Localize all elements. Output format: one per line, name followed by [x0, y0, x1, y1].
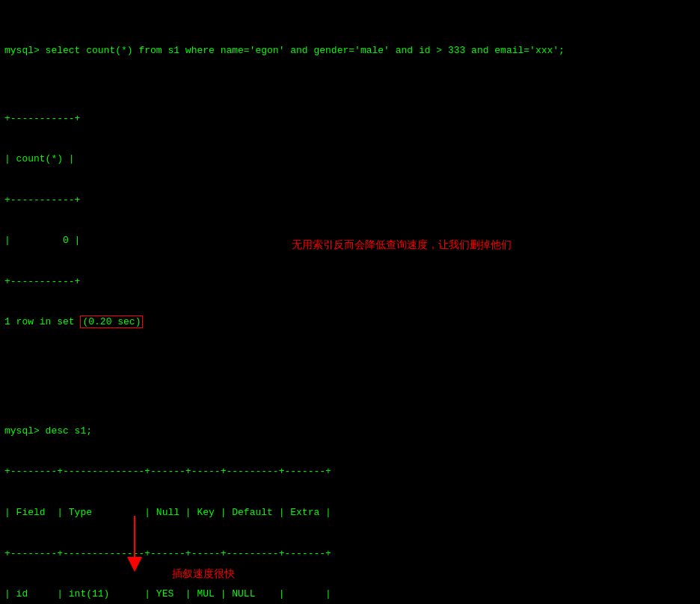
desc-cmd-1: mysql> desc s1; — [4, 425, 696, 438]
desc-header-1: | Field | Type | Null | Key | Default | … — [4, 506, 696, 520]
sql-query-1: mysql> select count(*) from s1 where nam… — [4, 44, 696, 58]
desc-border-1: +--------+--------------+------+-----+--… — [4, 465, 696, 478]
annotation-no-index: 无用索引反而会降低查询速度，让我们删掉他们 — [292, 238, 512, 253]
table-border-bot-1: +-----------+ — [4, 275, 696, 289]
time-highlight-1: (0.20 sec) — [80, 315, 143, 328]
terminal-window: mysql> select count(*) from s1 where nam… — [4, 3, 696, 604]
table-border-mid-1: +-----------+ — [4, 194, 696, 207]
annotation-fast: 插叙速度很快 — [172, 567, 235, 582]
svg-marker-1 — [127, 557, 142, 572]
desc-row-id-1: | id | int(11) | YES | MUL | NULL | | — [4, 588, 696, 601]
table-header-1: | count(*) | — [4, 152, 696, 166]
table-border-top-1: +-----------+ — [4, 112, 696, 126]
blank-1 — [4, 357, 696, 370]
row-info-1: 1 row in set (0.20 sec) — [4, 315, 696, 329]
desc-border-2: +--------+--------------+------+-----+--… — [4, 547, 696, 561]
arrow-down — [120, 516, 150, 580]
